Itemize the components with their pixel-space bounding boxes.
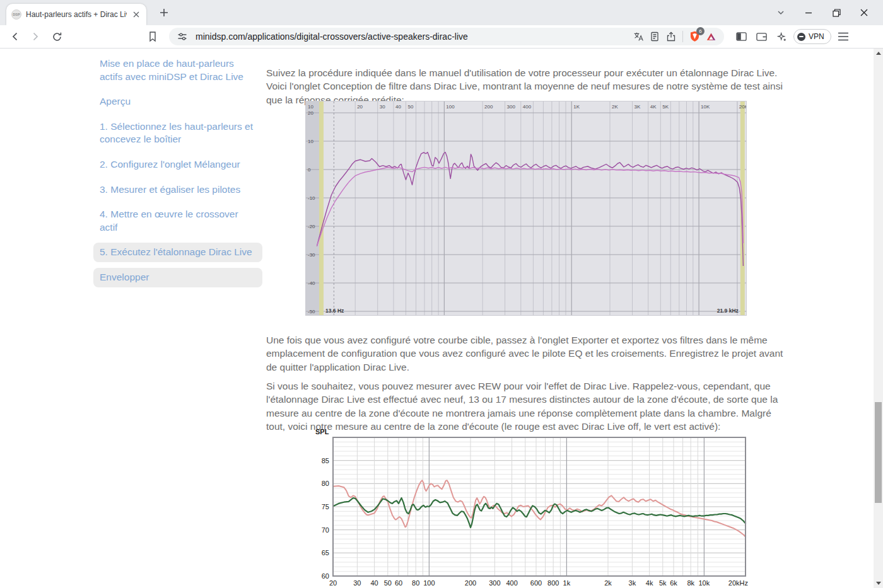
svg-text:300: 300 <box>507 104 516 110</box>
tab-title: Haut-parleurs actifs + Dirac Live <box>26 10 127 19</box>
svg-text:60: 60 <box>395 579 402 587</box>
site-settings-tune-icon[interactable] <box>174 28 190 45</box>
dirac-live-filter-design-chart: 10203040501002003004001K2K3K4K5K10K20K20… <box>305 101 747 316</box>
rew-chart-svg: SPL8580757065602030405060801002003004006… <box>313 427 748 588</box>
svg-text:300: 300 <box>489 579 500 587</box>
reader-mode-icon[interactable] <box>646 28 663 45</box>
svg-text:21.9 kHz: 21.9 kHz <box>717 308 739 314</box>
toolbar-right-cluster: VPN <box>733 28 851 45</box>
svg-text:80: 80 <box>322 480 329 487</box>
svg-text:50: 50 <box>384 579 392 587</box>
svg-text:4K: 4K <box>650 104 657 110</box>
url-text[interactable]: minidsp.com/applications/digital-crossov… <box>196 32 630 42</box>
scrollbar-up-arrow-icon[interactable] <box>874 49 883 58</box>
svg-text:-30: -30 <box>308 252 315 258</box>
svg-text:80: 80 <box>412 579 419 587</box>
address-bar[interactable]: minidsp.com/applications/digital-crossov… <box>169 28 724 45</box>
svg-text:20: 20 <box>329 579 337 587</box>
svg-text:20kHz: 20kHz <box>728 579 748 587</box>
scrollbar-down-arrow-icon[interactable] <box>874 579 883 588</box>
svg-text:10K: 10K <box>701 104 710 110</box>
svg-text:200: 200 <box>484 104 493 110</box>
svg-text:70: 70 <box>322 526 329 534</box>
window-controls <box>767 0 878 25</box>
svg-text:4k: 4k <box>646 579 653 587</box>
paragraph-export: Une fois que vous avez configuré votre c… <box>266 333 788 374</box>
svg-text:10k: 10k <box>699 579 710 587</box>
svg-text:3K: 3K <box>634 104 641 110</box>
svg-text:400: 400 <box>506 579 517 587</box>
sidebar-item-step5[interactable]: 5. Exécutez l'étalonnage Dirac Live <box>93 243 262 262</box>
leo-ai-sparkles-icon[interactable] <box>773 28 790 45</box>
svg-text:2k: 2k <box>604 579 612 587</box>
svg-text:1k: 1k <box>563 579 571 587</box>
svg-text:800: 800 <box>547 579 559 587</box>
svg-text:40: 40 <box>370 579 378 587</box>
svg-text:-20: -20 <box>308 224 315 229</box>
sidebar-item-step2[interactable]: 2. Configurez l'onglet Mélangeur <box>93 155 262 175</box>
new-tab-button[interactable] <box>156 5 172 20</box>
svg-text:100: 100 <box>446 104 455 110</box>
sidebar-item-apercu[interactable]: Aperçu <box>93 92 262 112</box>
back-icon[interactable] <box>6 28 24 45</box>
article-sidebar-nav: Mise en place de haut-parleurs actifs av… <box>93 54 262 287</box>
svg-text:75: 75 <box>322 503 329 510</box>
wallet-icon[interactable] <box>753 28 769 45</box>
svg-text:400: 400 <box>523 104 532 110</box>
svg-text:20: 20 <box>308 110 313 116</box>
vpn-button[interactable]: VPN <box>793 29 831 44</box>
paragraph-rew-measure: Si vous le souhaitez, vous pouvez mesure… <box>266 379 788 434</box>
sidebar-item-step1[interactable]: 1. Sélectionnez les haut-parleurs et con… <box>93 117 262 149</box>
svg-text:10: 10 <box>308 139 313 144</box>
tab-bar: DSP Haut-parleurs actifs + Dirac Live <box>0 0 883 25</box>
svg-text:50: 50 <box>408 104 414 110</box>
svg-text:40: 40 <box>395 104 401 110</box>
vpn-label: VPN <box>809 32 824 41</box>
brave-rewards-triangle-icon[interactable] <box>703 28 719 45</box>
sidebar-item-step3[interactable]: 3. Mesurer et égaliser les pilotes <box>93 180 262 200</box>
svg-text:5K: 5K <box>662 104 669 110</box>
reload-icon[interactable] <box>48 28 66 45</box>
sidebar-item-mise-en-place[interactable]: Mise en place de haut-parleurs actifs av… <box>93 54 262 86</box>
svg-text:20K: 20K <box>739 104 746 110</box>
svg-text:10: 10 <box>308 104 313 110</box>
scrollbar-thumb[interactable] <box>875 402 882 503</box>
svg-text:20: 20 <box>357 104 363 110</box>
rew-spl-measurement-chart: SPL8580757065602030405060801002003004006… <box>313 427 748 588</box>
restore-window-icon[interactable] <box>822 0 850 25</box>
svg-text:200: 200 <box>465 579 476 587</box>
tab-close-icon[interactable] <box>131 9 141 20</box>
svg-text:-40: -40 <box>308 280 315 286</box>
toolbar-divider <box>682 31 683 42</box>
close-window-icon[interactable] <box>850 0 878 25</box>
svg-text:2K: 2K <box>612 104 618 110</box>
bookmark-icon[interactable] <box>144 28 161 45</box>
sidebar-item-envelopper[interactable]: Envelopper <box>93 268 262 287</box>
svg-text:5k: 5k <box>659 579 667 587</box>
menu-hamburger-icon[interactable] <box>835 28 851 45</box>
sidebar-toggle-icon[interactable] <box>733 28 749 45</box>
minimize-icon[interactable] <box>795 0 822 25</box>
sidebar-item-step4[interactable]: 4. Mettre en œuvre le crossover actif <box>93 205 262 237</box>
svg-text:-10: -10 <box>308 195 315 201</box>
svg-text:30: 30 <box>353 579 361 587</box>
browser-toolbar: minidsp.com/applications/digital-crossov… <box>0 25 883 48</box>
svg-text:30: 30 <box>380 104 385 110</box>
svg-text:0: 0 <box>308 167 311 173</box>
forward-icon[interactable] <box>26 28 44 45</box>
site-favicon: DSP <box>11 9 21 20</box>
brave-shield-icon[interactable]: 6 <box>686 28 703 45</box>
share-icon[interactable] <box>663 28 679 45</box>
svg-text:85: 85 <box>322 457 329 464</box>
svg-text:3k: 3k <box>629 579 636 587</box>
tab-search-chevron-icon[interactable] <box>767 0 795 25</box>
translate-icon[interactable] <box>630 28 646 45</box>
page-content: Mise en place de haut-parleurs actifs av… <box>0 49 883 588</box>
svg-text:6k: 6k <box>670 579 677 587</box>
svg-text:SPL: SPL <box>315 428 329 435</box>
svg-text:1K: 1K <box>573 104 580 110</box>
browser-tab[interactable]: DSP Haut-parleurs actifs + Dirac Live <box>6 4 146 25</box>
svg-text:100: 100 <box>423 579 435 587</box>
svg-text:-50: -50 <box>308 309 315 314</box>
page-scrollbar[interactable] <box>874 49 883 588</box>
